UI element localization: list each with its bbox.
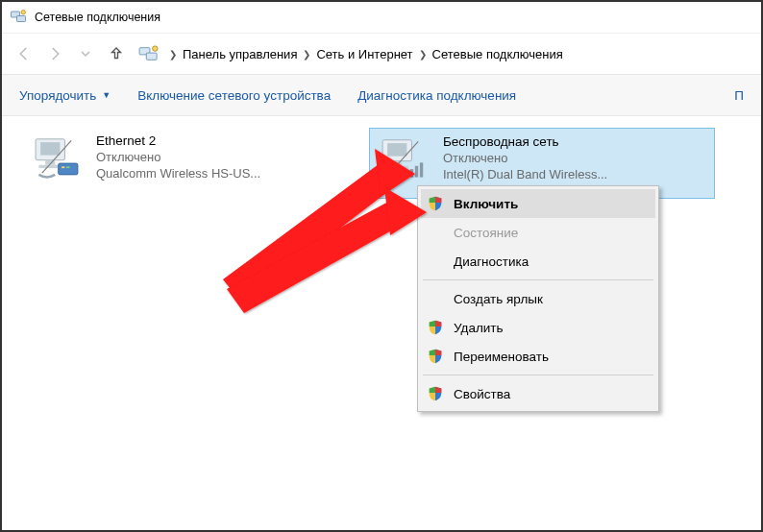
context-menu-label: Диагностика [454, 254, 529, 269]
adapter-name: Беспроводная сеть [443, 134, 607, 149]
blank-icon [427, 224, 444, 241]
context-menu-label: Свойства [454, 387, 510, 401]
svg-rect-15 [387, 143, 406, 157]
separator [423, 279, 653, 280]
chevron-right-icon[interactable]: ❯ [303, 49, 310, 60]
adapter-status: Отключено [96, 150, 260, 164]
svg-rect-12 [66, 166, 69, 168]
breadcrumb: ❯ Панель управления ❯ Сеть и Интернет ❯ … [169, 47, 563, 61]
context-menu-diagnose[interactable]: Диагностика [421, 247, 655, 276]
content-area: Ethernet 2 Отключено Qualcomm Wireless H… [2, 116, 761, 210]
svg-rect-17 [385, 166, 408, 169]
recent-locations-dropdown[interactable] [73, 41, 98, 66]
up-button[interactable] [104, 41, 129, 66]
context-menu-delete[interactable]: Удалить [421, 313, 655, 342]
window-frame: Сетевые подключения ❯ Панель управления … [0, 0, 763, 532]
context-menu-label: Включить [454, 197, 518, 211]
navigation-bar: ❯ Панель управления ❯ Сеть и Интернет ❯ … [2, 34, 761, 75]
adapter-info: Ethernet 2 Отключено Qualcomm Wireless H… [96, 133, 260, 181]
organize-menu[interactable]: Упорядочить ▼ [19, 88, 111, 103]
shield-icon [427, 319, 444, 336]
ethernet-adapter-icon [31, 133, 83, 183]
context-menu-enable[interactable]: Включить [421, 189, 655, 218]
organize-label: Упорядочить [19, 88, 96, 103]
shield-icon [427, 348, 444, 365]
adapter-hardware: Intel(R) Dual Band Wireless... [443, 167, 607, 181]
chevron-down-icon: ▼ [102, 90, 111, 100]
wireless-adapter-icon [378, 134, 430, 184]
svg-rect-21 [420, 162, 423, 177]
blank-icon [427, 253, 444, 270]
svg-rect-20 [415, 166, 418, 178]
context-menu-label: Создать ярлык [454, 292, 543, 306]
context-menu: Включить Состояние Диагностика Создать я… [417, 185, 659, 412]
adapter-item-ethernet[interactable]: Ethernet 2 Отключено Qualcomm Wireless H… [23, 128, 369, 199]
svg-point-5 [153, 46, 158, 51]
adapter-name: Ethernet 2 [96, 133, 260, 148]
adapter-status: Отключено [443, 151, 607, 165]
context-menu-status: Состояние [421, 218, 655, 247]
more-label: П [734, 88, 744, 103]
svg-rect-7 [40, 142, 60, 156]
context-menu-properties[interactable]: Свойства [421, 379, 655, 408]
svg-point-2 [21, 11, 26, 15]
svg-rect-10 [59, 163, 78, 175]
context-menu-label: Удалить [454, 321, 504, 335]
window-title: Сетевые подключения [35, 11, 160, 24]
context-menu-rename[interactable]: Переименовать [421, 342, 655, 371]
more-commands[interactable]: П [734, 88, 744, 103]
adapter-info: Беспроводная сеть Отключено Intel(R) Dua… [443, 134, 607, 181]
context-menu-label: Переименовать [454, 350, 549, 364]
back-button[interactable] [12, 41, 37, 66]
svg-rect-4 [146, 53, 157, 60]
separator [423, 375, 653, 375]
enable-device-label: Включение сетевого устройства [137, 88, 331, 103]
svg-marker-25 [227, 201, 404, 313]
svg-rect-18 [406, 173, 408, 178]
enable-device-command[interactable]: Включение сетевого устройства [137, 88, 331, 103]
chevron-right-icon[interactable]: ❯ [419, 49, 427, 60]
svg-rect-11 [62, 166, 64, 168]
shield-icon [427, 195, 444, 212]
path-icon [138, 45, 160, 62]
breadcrumb-item[interactable]: Панель управления [183, 47, 297, 61]
title-bar: Сетевые подключения [2, 2, 761, 34]
context-menu-create-shortcut[interactable]: Создать ярлык [421, 284, 655, 313]
svg-rect-19 [410, 169, 413, 177]
context-menu-label: Состояние [454, 226, 518, 240]
command-bar: Упорядочить ▼ Включение сетевого устройс… [2, 75, 761, 116]
breadcrumb-item[interactable]: Сеть и Интернет [316, 47, 412, 61]
adapter-hardware: Qualcomm Wireless HS-US... [96, 166, 260, 181]
shield-icon [427, 385, 444, 402]
forward-button[interactable] [42, 41, 67, 66]
diagnose-label: Диагностика подключения [357, 88, 516, 103]
breadcrumb-item[interactable]: Сетевые подключения [432, 47, 563, 61]
diagnose-command[interactable]: Диагностика подключения [357, 88, 516, 103]
chevron-right-icon[interactable]: ❯ [169, 49, 177, 60]
svg-rect-1 [17, 16, 26, 22]
network-connections-icon [10, 9, 27, 26]
blank-icon [427, 290, 444, 307]
